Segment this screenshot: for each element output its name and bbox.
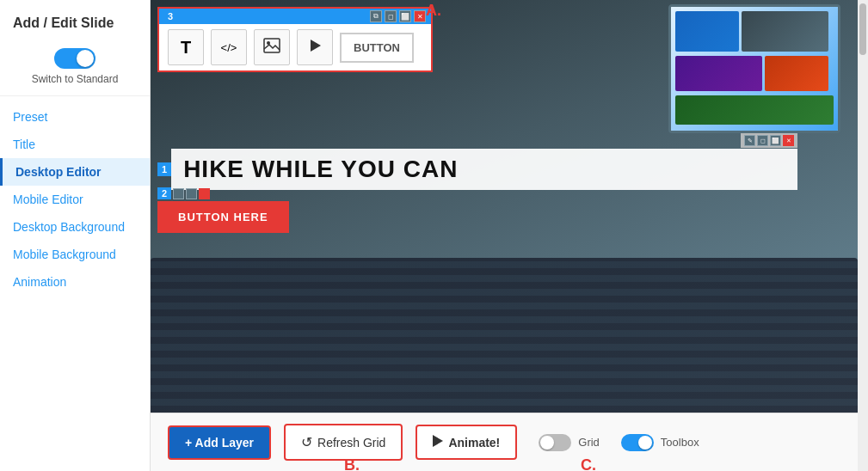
refresh-icon: ↺: [301, 434, 312, 450]
sidebar-item-mobile-editor[interactable]: Mobile Editor: [0, 186, 150, 213]
layer-1-resize-icon[interactable]: ◻: [757, 135, 768, 146]
layer-2-close-icon[interactable]: [199, 188, 210, 199]
label-a: A.: [426, 2, 441, 20]
toggle-area: Switch to Standard: [0, 41, 150, 96]
add-layer-button[interactable]: + Add Layer: [168, 425, 271, 460]
layer-2-icons: [173, 188, 210, 199]
sidebar-item-animation[interactable]: Animation: [0, 268, 150, 296]
layer-2-button[interactable]: BUTTON HERE: [157, 201, 289, 233]
animate-label: Animate!: [448, 436, 500, 450]
layer-3-panel: 3 ⧉ ◻ ⬜ ✕ T </>: [157, 7, 433, 72]
laptop-screen: [668, 4, 840, 133]
layer-1-heading: HIKE WHILE YOU CAN: [183, 156, 785, 183]
svg-rect-0: [264, 39, 280, 52]
layer-3-header: 3 ⧉ ◻ ⬜ ✕: [159, 9, 431, 24]
layer-1-header-row: ✎ ◻ ⬜ ✕: [157, 133, 797, 148]
layer-1-content: 1 HIKE WHILE YOU CAN: [157, 149, 797, 190]
toggle-label: Switch to Standard: [32, 73, 119, 85]
toolbox-toggle[interactable]: [621, 434, 654, 451]
image-icon: [263, 38, 280, 58]
layer-2-resize-icon[interactable]: [186, 188, 197, 199]
layer-3-expand-icon[interactable]: ⬜: [399, 10, 411, 22]
button-tool-btn[interactable]: BUTTON: [340, 33, 414, 63]
standard-toggle[interactable]: [54, 48, 95, 69]
layer-3-resize-icon[interactable]: ◻: [385, 10, 397, 22]
layer-2-panel: 2 BUTTON HERE: [157, 187, 289, 233]
layer-1-panel: ✎ ◻ ⬜ ✕ 1 HIKE WHILE YOU CAN: [157, 133, 797, 190]
sidebar-item-title[interactable]: Title: [0, 131, 150, 158]
layer-1-expand-icon[interactable]: ⬜: [770, 135, 781, 146]
layer-2-edit-icon[interactable]: [173, 188, 184, 199]
grid-label: Grid: [578, 436, 600, 449]
button-label: BUTTON: [354, 41, 400, 54]
grid-toggle-knob: [540, 436, 554, 450]
sidebar-item-preset[interactable]: Preset: [0, 103, 150, 131]
layer-1-text-box[interactable]: HIKE WHILE YOU CAN: [171, 149, 797, 190]
text-tool-btn[interactable]: T: [168, 29, 204, 65]
play-icon: [307, 38, 323, 58]
layer-3-toolbar: T </>: [159, 24, 431, 70]
layer-3-num: 3: [164, 11, 176, 21]
toolbox-toggle-group: Toolbox: [621, 434, 699, 451]
scrollbar-thumb: [859, 3, 866, 55]
video-tool-btn[interactable]: [297, 29, 333, 65]
animate-play-icon: [433, 435, 443, 450]
scrollbar[interactable]: [858, 0, 868, 471]
keyboard-area: [151, 258, 858, 413]
image-tool-btn[interactable]: [254, 29, 290, 65]
layer-1-icons: ✎ ◻ ⬜ ✕: [741, 133, 797, 148]
layer-1-num: 1: [157, 162, 171, 176]
sidebar-item-desktop-editor[interactable]: Desktop Editor: [0, 158, 150, 186]
toggle-knob: [77, 50, 94, 67]
sidebar: Add / Edit Slide Switch to Standard Pres…: [0, 0, 151, 471]
svg-marker-3: [433, 435, 443, 447]
refresh-label: Refresh Grid: [317, 436, 385, 450]
layer-1-close-icon[interactable]: ✕: [783, 135, 794, 146]
sidebar-nav: Preset Title Desktop Editor Mobile Edito…: [0, 96, 150, 303]
code-tool-btn[interactable]: </>: [211, 29, 247, 65]
sidebar-item-desktop-bg[interactable]: Desktop Background: [0, 213, 150, 241]
label-c: C.: [581, 456, 596, 471]
svg-marker-2: [311, 40, 321, 52]
toolbox-toggle-knob: [638, 436, 652, 450]
layer-2-header: 2: [157, 187, 289, 199]
layer-3-copy-icon[interactable]: ⧉: [370, 10, 382, 22]
main-area: A. 3: [151, 0, 858, 471]
layer-1-edit-icon[interactable]: ✎: [744, 135, 755, 146]
text-icon: T: [181, 38, 191, 58]
layer-3-close-icon[interactable]: ✕: [414, 10, 426, 22]
grid-toggle[interactable]: [539, 434, 571, 451]
page-title: Add / Edit Slide: [0, 9, 150, 41]
refresh-grid-button[interactable]: ↺ Refresh Grid: [284, 424, 403, 461]
animate-button[interactable]: Animate!: [416, 425, 517, 460]
label-b: B.: [344, 456, 360, 471]
layer-3-icons: ⧉ ◻ ⬜ ✕: [370, 10, 426, 22]
bottom-toolbar: + Add Layer ↺ Refresh Grid Animate! Grid: [151, 413, 858, 471]
toolbox-label: Toolbox: [661, 436, 699, 449]
sidebar-item-mobile-bg[interactable]: Mobile Background: [0, 241, 150, 268]
slide-canvas[interactable]: 3 ⧉ ◻ ⬜ ✕ T </>: [151, 0, 858, 413]
layer-2-num: 2: [157, 187, 171, 199]
grid-toggle-group: Grid: [539, 434, 600, 451]
code-icon: </>: [221, 41, 237, 54]
